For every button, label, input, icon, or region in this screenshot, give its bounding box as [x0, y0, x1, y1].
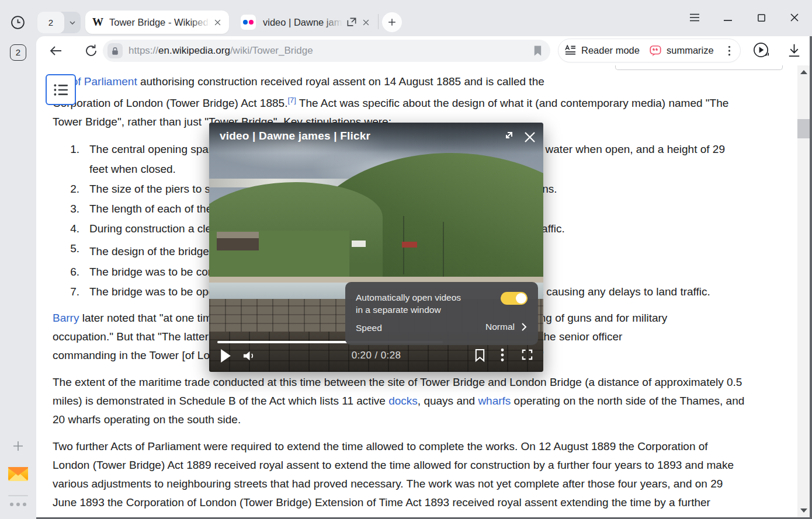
window-controls — [689, 7, 800, 28]
close-icon[interactable] — [213, 18, 222, 27]
article-text: June 1893 the Corporation of London (Tow… — [53, 496, 710, 508]
tabbar-divider — [378, 14, 379, 29]
wiki-link[interactable]: Barry — [53, 312, 79, 324]
kebab-icon[interactable] — [501, 348, 504, 362]
article-text: authorising construction received royal … — [137, 75, 544, 88]
scrollbar-thumb[interactable] — [797, 119, 810, 138]
article-line: June 1893 the Corporation of London (Tow… — [53, 493, 744, 512]
video-settings-panel: Automatically open videos in a separate … — [345, 282, 538, 345]
sidebar-divider — [8, 495, 28, 496]
more-kebab-icon[interactable] — [723, 45, 735, 57]
article-text: feet when closed. — [89, 163, 176, 175]
list-item-number: 4. — [53, 219, 79, 239]
auto-open-label-line2: in a separate window — [356, 304, 441, 316]
reader-mode-button[interactable]: Reader mode — [581, 45, 640, 56]
article-paragraph: Two further Acts of Parliament were requ… — [53, 437, 744, 519]
article-line: various adjustments to neighbouring stre… — [53, 475, 744, 493]
speed-value[interactable]: Normal — [485, 322, 515, 332]
list-item-number: 3. — [53, 199, 79, 219]
article-text: , quays and — [418, 395, 478, 407]
list-item-number: 6. — [53, 262, 79, 282]
article-line: The extent of the maritime trade conduct… — [53, 373, 744, 392]
toggle-knob — [516, 293, 526, 304]
tab-badge-count[interactable]: 2 — [37, 12, 64, 33]
url-protocol: https:// — [129, 45, 158, 56]
page-content: Act of Parliament authorising constructi… — [36, 65, 812, 519]
reload-button[interactable] — [83, 43, 99, 59]
speed-label: Speed — [356, 322, 382, 334]
tab-group-badge[interactable]: 2 — [37, 12, 81, 33]
chevron-right-icon[interactable] — [519, 322, 529, 332]
wikipedia-w-icon: W — [92, 16, 103, 29]
url-text: https://en.wikipedia.org/wiki/Tower_Brid… — [129, 40, 313, 62]
article-text: The Act was specific about the design of… — [296, 97, 728, 109]
sidebar-add-icon[interactable] — [11, 439, 25, 453]
summarize-quote-icon — [649, 44, 662, 57]
toc-button[interactable] — [46, 74, 76, 105]
maximize-icon[interactable] — [756, 12, 766, 23]
video-pip-window[interactable]: video | Dawne james | Flickr 0:20 / 0 — [209, 123, 543, 372]
article-line: miles) is demonstrated in Schedule B of … — [53, 392, 744, 410]
video-controls: 0:20 / 0:28 — [209, 345, 543, 368]
new-tab-button[interactable] — [382, 12, 402, 32]
article-text: operating on the north side of the Thame… — [511, 395, 744, 407]
article-line: 20 wharfs operating on the south side. — [53, 410, 744, 429]
list-item-number: 7. — [53, 282, 79, 302]
scrollbar[interactable] — [797, 65, 810, 517]
partial-infobox-edge — [615, 65, 783, 70]
tab-tower-bridge[interactable]: W Tower Bridge - Wikipedi — [85, 11, 229, 34]
summarize-button[interactable]: summarize — [667, 45, 714, 56]
sidebar-tab-count[interactable]: 2 — [10, 44, 26, 61]
close-icon[interactable] — [523, 130, 537, 144]
article-text: London (Tower Bridge) Act 1889 received … — [53, 459, 734, 471]
toolbar: https://en.wikipedia.org/wiki/Tower_Brid… — [36, 36, 812, 65]
tab-strip: 2 W Tower Bridge - Wikipedi video | Dawn… — [36, 0, 812, 36]
article-text: Two further Acts of Parliament were requ… — [53, 440, 708, 452]
article-text: various adjustments to neighbouring stre… — [53, 478, 723, 490]
auto-open-toggle[interactable] — [501, 292, 528, 305]
video-title: video | Dawne james | Flickr — [220, 130, 370, 142]
listen-play-icon[interactable] — [752, 41, 771, 60]
history-clock-icon[interactable] — [11, 15, 25, 30]
article-text: Corporation of London (Tower Bridge) Act… — [53, 97, 287, 109]
hamburger-menu-icon[interactable] — [689, 12, 700, 23]
auto-open-label-line1: Automatically open videos — [356, 291, 461, 304]
mail-logo-icon[interactable] — [8, 465, 29, 482]
download-icon[interactable] — [785, 41, 803, 60]
article-line: Two further Acts of Parliament were requ… — [53, 437, 744, 456]
address-bar[interactable]: https://en.wikipedia.org/wiki/Tower_Brid… — [103, 40, 550, 62]
article-line: Corporation of London (Tower Bridge) Act… — [53, 91, 744, 113]
lock-icon[interactable] — [107, 43, 123, 58]
sidebar-more-dots-icon[interactable] — [10, 502, 27, 507]
citation-link[interactable]: [7] — [287, 96, 296, 105]
article-line: Act of Parliament authorising constructi… — [53, 72, 744, 91]
page-actions: Reader mode summarize — [558, 39, 741, 62]
wiki-link[interactable]: docks — [388, 395, 418, 407]
url-domain: en.wikipedia.org — [158, 45, 230, 56]
toc-list-icon — [53, 83, 69, 97]
scroll-up-arrow[interactable] — [800, 70, 807, 74]
reader-mode-icon — [564, 45, 577, 56]
browser-content-card: https://en.wikipedia.org/wiki/Tower_Brid… — [36, 36, 812, 519]
bookmark-icon[interactable] — [474, 348, 486, 363]
list-item-number: 5. — [53, 239, 79, 262]
close-icon[interactable] — [362, 18, 370, 27]
wiki-link[interactable]: wharfs — [478, 395, 511, 407]
article-line: London (Tower Bridge) Act 1889 received … — [53, 456, 744, 475]
close-icon[interactable] — [789, 12, 800, 23]
bookmark-flag-icon[interactable] — [532, 44, 543, 57]
article-text: The extent of the maritime trade conduct… — [53, 376, 742, 388]
tab-title: Tower Bridge - Wikipedi — [109, 17, 210, 28]
back-button[interactable] — [48, 43, 64, 59]
minimize-icon[interactable] — [723, 12, 733, 23]
article-text: miles) is demonstrated in Schedule B of … — [53, 395, 388, 407]
pop-out-icon[interactable] — [346, 16, 358, 28]
fullscreen-icon[interactable] — [520, 348, 534, 361]
scroll-down-arrow[interactable] — [800, 508, 807, 513]
list-item-number: 2. — [53, 179, 79, 199]
back-to-tab-icon[interactable] — [500, 130, 514, 144]
article-paragraph: The extent of the maritime trade conduct… — [53, 373, 744, 429]
flickr-icon — [241, 15, 256, 30]
tab-flickr-video[interactable]: video | Dawne james — [234, 11, 377, 34]
list-item-number: 1. — [53, 140, 79, 179]
